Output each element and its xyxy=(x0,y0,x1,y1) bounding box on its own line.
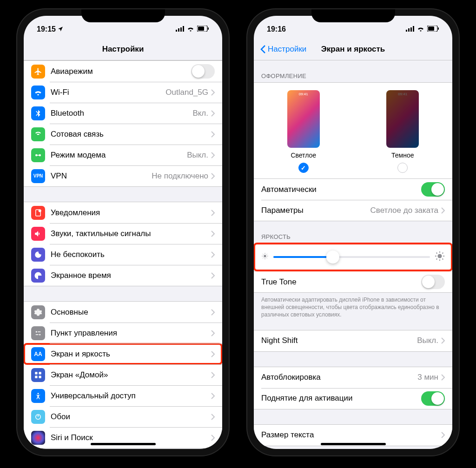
chevron-icon xyxy=(211,435,215,441)
row-control-center[interactable]: Пункт управления xyxy=(24,323,222,343)
sun-small-icon xyxy=(261,252,269,262)
appearance-dark[interactable]: 09:41 Темное xyxy=(386,90,419,173)
row-vpn[interactable]: VPN VPN Не подключено xyxy=(24,165,222,186)
svg-rect-1 xyxy=(178,28,179,32)
row-label: Экран и яркость xyxy=(51,349,211,359)
svg-rect-2 xyxy=(180,27,182,32)
row-wallpaper[interactable]: Обои xyxy=(24,406,222,427)
dark-radio[interactable] xyxy=(397,163,408,173)
navbar: Настройки Экран и яркость xyxy=(254,38,452,60)
row-label: Night Shift xyxy=(261,336,417,345)
hotspot-icon xyxy=(31,148,45,162)
svg-rect-18 xyxy=(35,376,37,378)
row-truetone[interactable]: True Tone xyxy=(254,271,452,292)
settings-content[interactable]: Авиарежим Wi-Fi Outland_5G Bluetooth Вкл… xyxy=(24,60,222,449)
row-autolock[interactable]: Автоблокировка 3 мин xyxy=(254,367,452,388)
navbar: Настройки xyxy=(24,38,222,60)
row-home-screen[interactable]: Экран «Домой» xyxy=(24,364,222,385)
svg-rect-19 xyxy=(39,376,41,378)
row-label: Основные xyxy=(51,308,211,317)
row-hotspot[interactable]: Режим модема Выкл. xyxy=(24,145,222,165)
cellular-icon xyxy=(31,127,45,141)
row-notifications[interactable]: Уведомления xyxy=(24,202,222,223)
row-value: Выкл. xyxy=(187,151,208,160)
home-indicator[interactable] xyxy=(321,443,386,445)
row-label: Не беспокоить xyxy=(51,250,211,259)
svg-line-47 xyxy=(443,253,443,254)
truetone-toggle[interactable] xyxy=(421,275,445,289)
svg-point-12 xyxy=(36,331,37,332)
status-time: 19:16 xyxy=(267,25,286,33)
phone-right: 19:16 Настройки Экран и яркость Оформлен… xyxy=(247,9,459,455)
row-label: Звуки, тактильные сигналы xyxy=(51,229,211,238)
dark-label: Темное xyxy=(391,152,414,159)
svg-rect-28 xyxy=(428,26,434,31)
screen-left: 19:15 Настройки Авиарежим xyxy=(24,16,222,449)
row-wifi[interactable]: Wi-Fi Outland_5G xyxy=(24,82,222,103)
chevron-icon xyxy=(211,210,215,216)
airplane-icon xyxy=(31,65,45,79)
row-bluetooth[interactable]: Bluetooth Вкл. xyxy=(24,103,222,124)
row-sounds[interactable]: Звуки, тактильные сигналы xyxy=(24,223,222,244)
notifications-icon xyxy=(31,206,45,220)
svg-line-44 xyxy=(436,253,437,254)
svg-line-35 xyxy=(263,254,263,254)
slider-thumb[interactable] xyxy=(326,250,339,264)
display-icon: AA xyxy=(31,347,45,361)
svg-point-20 xyxy=(38,393,39,394)
row-general[interactable]: Основные xyxy=(24,302,222,323)
row-options[interactable]: Параметры Светлое до заката xyxy=(254,200,452,221)
brightness-slider[interactable] xyxy=(273,256,430,258)
chevron-icon xyxy=(211,110,215,117)
svg-rect-3 xyxy=(183,26,184,32)
screentime-icon xyxy=(31,269,45,283)
chevron-icon xyxy=(211,89,215,96)
row-value: Выкл. xyxy=(417,336,438,345)
appearance-light[interactable]: 09:41 Светлое xyxy=(287,90,320,173)
svg-rect-23 xyxy=(406,30,407,32)
row-screentime[interactable]: Экранное время xyxy=(24,265,222,286)
row-dnd[interactable]: Не беспокоить xyxy=(24,244,222,265)
display-content[interactable]: Оформление 09:41 Светлое 09:41 Темное Ав… xyxy=(254,60,452,449)
chevron-icon xyxy=(211,351,215,357)
row-label: VPN xyxy=(51,171,152,181)
svg-line-45 xyxy=(443,259,443,260)
row-automatic[interactable]: Автоматически xyxy=(254,179,452,200)
notch xyxy=(81,9,165,22)
row-display-brightness[interactable]: AA Экран и яркость xyxy=(24,343,222,364)
chevron-icon xyxy=(441,337,445,344)
chevron-icon xyxy=(211,251,215,258)
row-textsize[interactable]: Размер текста xyxy=(254,425,452,446)
row-label: Обои xyxy=(51,412,211,422)
appearance-header: Оформление xyxy=(254,69,452,82)
location-icon xyxy=(58,25,63,33)
row-label: Уведомления xyxy=(51,208,211,218)
status-time: 19:15 xyxy=(37,25,56,33)
accessibility-icon xyxy=(31,389,45,403)
svg-rect-25 xyxy=(410,27,412,32)
chevron-icon xyxy=(211,372,215,378)
raise-toggle[interactable] xyxy=(421,391,445,406)
row-nightshift[interactable]: Night Shift Выкл. xyxy=(254,330,452,351)
row-airplane[interactable]: Авиарежим xyxy=(24,61,222,82)
automatic-toggle[interactable] xyxy=(421,182,445,197)
svg-rect-24 xyxy=(408,28,410,32)
svg-line-38 xyxy=(266,254,267,254)
row-cellular[interactable]: Сотовая связь xyxy=(24,124,222,145)
dark-preview: 09:41 xyxy=(386,90,419,148)
back-button[interactable]: Настройки xyxy=(260,45,306,54)
chevron-icon xyxy=(211,309,215,316)
back-label: Настройки xyxy=(268,45,306,54)
chevron-icon xyxy=(211,231,215,237)
light-radio[interactable] xyxy=(298,163,309,173)
row-accessibility[interactable]: Универсальный доступ xyxy=(24,385,222,406)
row-raise-to-wake[interactable]: Поднятие для активации xyxy=(254,388,452,409)
home-indicator[interactable] xyxy=(91,443,156,445)
row-value: Светлое до заката xyxy=(370,206,438,215)
airplane-toggle[interactable] xyxy=(191,64,215,79)
svg-rect-26 xyxy=(413,26,414,32)
svg-line-46 xyxy=(436,259,437,260)
screen-right: 19:16 Настройки Экран и яркость Оформлен… xyxy=(254,16,452,449)
chevron-icon xyxy=(211,393,215,399)
chevron-icon xyxy=(211,272,215,279)
